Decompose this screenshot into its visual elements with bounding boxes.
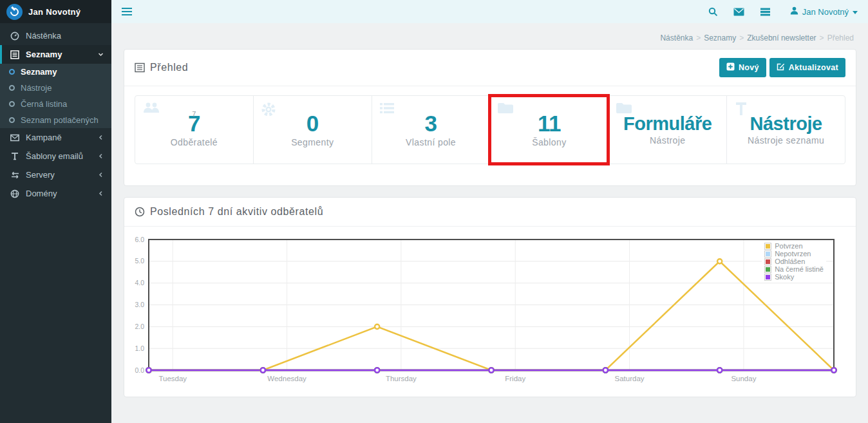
text-icon: [734, 102, 748, 120]
breadcrumb-current: Přehled: [827, 33, 854, 42]
breadcrumb-link[interactable]: Nástěnka: [660, 33, 693, 42]
stat-box-segments[interactable]: 0 Segmenty: [253, 95, 372, 164]
legend-item: Nepotvrzen: [764, 250, 824, 258]
sidebar-item-label: Šablony emailů: [26, 151, 83, 161]
svg-text:1.0: 1.0: [135, 344, 144, 352]
chevron-left-icon: [98, 153, 104, 159]
folder-icon: [497, 102, 514, 117]
overview-panel-title: Přehled: [150, 62, 188, 73]
sidebar-subitem-seznamy[interactable]: Seznamy: [0, 64, 111, 80]
sidebar-item-sablony-emailu[interactable]: Šablony emailů: [0, 147, 111, 165]
brand-user-name: Jan Novotný: [28, 7, 80, 17]
dashboard-icon: [10, 32, 20, 41]
globe-icon: [10, 189, 20, 198]
chevron-left-icon: [98, 135, 104, 140]
sidebar-item-seznamy[interactable]: Seznamy: [0, 45, 111, 64]
hamburger-menu-icon[interactable]: [122, 8, 132, 16]
stat-box-forms[interactable]: Formuláře Nástroje: [608, 95, 727, 164]
sidebar-item-label: Servery: [26, 170, 55, 180]
text-icon: [10, 152, 20, 160]
svg-text:Wednesday: Wednesday: [267, 375, 307, 382]
app-root: Jan Novotný Nástěnka Seznamy Seznamy Nás…: [0, 0, 868, 423]
gear-icon: [261, 102, 276, 120]
sidebar-subitem-seznam-potlacenych[interactable]: Seznam potlačených: [0, 112, 111, 128]
overview-panel: Přehled Nový Aktualizovat: [124, 49, 856, 186]
sidebar-item-label: Seznamy: [26, 50, 62, 59]
sidebar-submenu-seznamy: Seznamy Nástroje Černá listina Seznam po…: [0, 64, 111, 128]
exchange-icon: [10, 171, 20, 179]
legend-item: Potvrzen: [764, 242, 824, 250]
sidebar-subitem-nastroje[interactable]: Nástroje: [0, 80, 111, 96]
sidebar-item-servery[interactable]: Servery: [0, 165, 111, 184]
update-button[interactable]: Aktualizovat: [769, 58, 845, 77]
breadcrumb-link[interactable]: Zkušební newsletter: [747, 33, 816, 42]
circle-icon: [9, 85, 15, 91]
legend-swatch: [764, 250, 771, 258]
user-menu-name: Jan Novotný: [802, 7, 849, 17]
svg-text:Thursday: Thursday: [386, 375, 417, 382]
legend-item: Na černé listině: [764, 265, 824, 273]
list-alt-icon: [135, 62, 145, 73]
stat-value: Formuláře: [623, 114, 712, 133]
main-area: Jan Novotný Nástěnka>Seznamy>Zkušební ne…: [111, 0, 868, 423]
sidebar-subitem-label: Nástroje: [21, 83, 52, 93]
search-icon[interactable]: [707, 6, 719, 18]
sidebar: Jan Novotný Nástěnka Seznamy Seznamy Nás…: [0, 0, 111, 423]
breadcrumb-separator: >: [739, 33, 744, 42]
legend-swatch: [764, 258, 771, 265]
legend-label: Skoky: [775, 273, 794, 281]
legend-swatch: [764, 274, 771, 281]
user-menu[interactable]: Jan Novotný: [790, 6, 858, 17]
sidebar-subitem-label: Seznam potlačených: [21, 115, 99, 125]
chevron-down-icon: [98, 52, 104, 57]
envelope-icon[interactable]: [732, 6, 746, 17]
caret-down-icon: [853, 11, 858, 14]
stat-value: 11: [538, 112, 561, 136]
overview-panel-header: Přehled Nový Aktualizovat: [124, 50, 856, 86]
svg-text:Friday: Friday: [505, 375, 525, 382]
chart-area: TuesdayWednesdayThursdayFridaySaturdaySu…: [131, 229, 849, 390]
legend-item: Skoky: [764, 273, 824, 281]
legend-swatch: [764, 243, 771, 250]
legend-item: Odhlášen: [764, 258, 824, 265]
new-button[interactable]: Nový: [719, 58, 766, 77]
sidebar-subitem-label: Seznamy: [21, 67, 57, 77]
stat-value: Nástroje: [750, 114, 822, 133]
circle-icon: [9, 101, 15, 107]
chart-panel: Posledních 7 dní akvitiv odběratelů Tues…: [124, 197, 856, 397]
svg-text:5.0: 5.0: [135, 257, 144, 265]
person-icon: [790, 6, 798, 17]
list-icon: [10, 50, 20, 59]
activity-line-chart: TuesdayWednesdayThursdayFridaySaturdaySu…: [131, 229, 848, 390]
stat-value: 0: [307, 112, 319, 136]
stat-label: Šablony: [532, 137, 566, 147]
sidebar-subitem-label: Černá listina: [21, 99, 67, 109]
sidebar-item-kampane[interactable]: Kampaně: [0, 128, 111, 147]
sidebar-item-domeny[interactable]: Domény: [0, 184, 111, 203]
stat-value: 3: [425, 112, 437, 136]
stats-row: 7 7 Odběratelé 0 Segmenty 3 Vlastní pole: [124, 86, 856, 185]
sidebar-item-nastenka[interactable]: Nástěnka: [0, 26, 111, 45]
svg-text:2.0: 2.0: [135, 323, 144, 330]
power-logo-icon: [6, 4, 23, 20]
chart-panel-header: Posledních 7 dní akvitiv odběratelů: [124, 198, 856, 227]
stat-box-templates[interactable]: 11 Šablony: [489, 95, 609, 164]
stat-box-tools[interactable]: Nástroje Nástroje seznamu: [726, 95, 845, 164]
new-button-label: Nový: [739, 63, 759, 72]
brand-header[interactable]: Jan Novotný: [0, 0, 111, 23]
chart-legend: PotvrzenNepotvrzenOdhlášenNa černé listi…: [762, 241, 826, 282]
sidebar-subitem-cerna-listina[interactable]: Černá listina: [0, 96, 111, 112]
breadcrumb-link[interactable]: Seznamy: [704, 33, 736, 42]
svg-text:Sunday: Sunday: [731, 375, 756, 382]
panel-actions: Nový Aktualizovat: [719, 58, 845, 77]
lists-icon[interactable]: [759, 6, 772, 17]
stat-label: Nástroje seznamu: [748, 135, 824, 146]
stat-box-custom-fields[interactable]: 3 Vlastní pole: [372, 95, 491, 164]
chevron-left-icon: [98, 172, 104, 178]
circle-icon: [9, 117, 15, 123]
update-button-label: Aktualizovat: [789, 63, 838, 72]
legend-swatch: [764, 266, 771, 273]
list-icon: [379, 102, 395, 117]
stat-box-subscribers[interactable]: 7 7 Odběratelé: [135, 95, 254, 164]
svg-text:0.0: 0.0: [135, 366, 144, 374]
